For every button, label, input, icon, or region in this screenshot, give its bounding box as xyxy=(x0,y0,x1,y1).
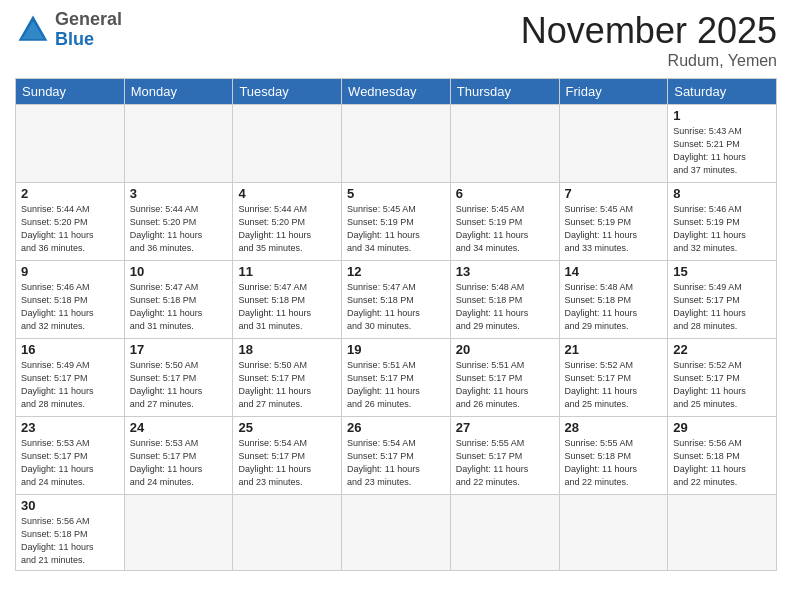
day-number: 5 xyxy=(347,186,445,201)
day-info: Sunrise: 5:50 AM Sunset: 5:17 PM Dayligh… xyxy=(130,359,228,411)
day-info: Sunrise: 5:55 AM Sunset: 5:17 PM Dayligh… xyxy=(456,437,554,489)
day-number: 7 xyxy=(565,186,663,201)
calendar-cell: 30Sunrise: 5:56 AM Sunset: 5:18 PM Dayli… xyxy=(16,495,125,571)
day-number: 12 xyxy=(347,264,445,279)
calendar-row: 9Sunrise: 5:46 AM Sunset: 5:18 PM Daylig… xyxy=(16,261,777,339)
calendar-cell: 22Sunrise: 5:52 AM Sunset: 5:17 PM Dayli… xyxy=(668,339,777,417)
calendar-row: 1Sunrise: 5:43 AM Sunset: 5:21 PM Daylig… xyxy=(16,105,777,183)
calendar-cell xyxy=(450,495,559,571)
calendar-row: 23Sunrise: 5:53 AM Sunset: 5:17 PM Dayli… xyxy=(16,417,777,495)
calendar-cell: 18Sunrise: 5:50 AM Sunset: 5:17 PM Dayli… xyxy=(233,339,342,417)
day-info: Sunrise: 5:46 AM Sunset: 5:19 PM Dayligh… xyxy=(673,203,771,255)
month-title: November 2025 xyxy=(521,10,777,52)
day-number: 8 xyxy=(673,186,771,201)
header-wednesday: Wednesday xyxy=(342,79,451,105)
day-info: Sunrise: 5:49 AM Sunset: 5:17 PM Dayligh… xyxy=(673,281,771,333)
calendar-cell xyxy=(16,105,125,183)
calendar-cell xyxy=(450,105,559,183)
day-number: 22 xyxy=(673,342,771,357)
header-tuesday: Tuesday xyxy=(233,79,342,105)
calendar-cell xyxy=(668,495,777,571)
day-info: Sunrise: 5:48 AM Sunset: 5:18 PM Dayligh… xyxy=(456,281,554,333)
calendar-cell: 2Sunrise: 5:44 AM Sunset: 5:20 PM Daylig… xyxy=(16,183,125,261)
day-number: 20 xyxy=(456,342,554,357)
day-number: 28 xyxy=(565,420,663,435)
header-saturday: Saturday xyxy=(668,79,777,105)
header-monday: Monday xyxy=(124,79,233,105)
calendar-cell: 29Sunrise: 5:56 AM Sunset: 5:18 PM Dayli… xyxy=(668,417,777,495)
day-number: 27 xyxy=(456,420,554,435)
calendar-row: 16Sunrise: 5:49 AM Sunset: 5:17 PM Dayli… xyxy=(16,339,777,417)
calendar-cell xyxy=(342,105,451,183)
day-info: Sunrise: 5:55 AM Sunset: 5:18 PM Dayligh… xyxy=(565,437,663,489)
day-number: 4 xyxy=(238,186,336,201)
calendar-cell: 20Sunrise: 5:51 AM Sunset: 5:17 PM Dayli… xyxy=(450,339,559,417)
header-sunday: Sunday xyxy=(16,79,125,105)
day-info: Sunrise: 5:43 AM Sunset: 5:21 PM Dayligh… xyxy=(673,125,771,177)
logo-text: General Blue xyxy=(55,10,122,50)
logo-blue: Blue xyxy=(55,29,94,49)
day-info: Sunrise: 5:47 AM Sunset: 5:18 PM Dayligh… xyxy=(347,281,445,333)
location: Rudum, Yemen xyxy=(521,52,777,70)
day-info: Sunrise: 5:52 AM Sunset: 5:17 PM Dayligh… xyxy=(673,359,771,411)
day-info: Sunrise: 5:45 AM Sunset: 5:19 PM Dayligh… xyxy=(347,203,445,255)
day-info: Sunrise: 5:54 AM Sunset: 5:17 PM Dayligh… xyxy=(347,437,445,489)
day-number: 23 xyxy=(21,420,119,435)
day-number: 3 xyxy=(130,186,228,201)
day-number: 9 xyxy=(21,264,119,279)
day-info: Sunrise: 5:44 AM Sunset: 5:20 PM Dayligh… xyxy=(130,203,228,255)
day-info: Sunrise: 5:56 AM Sunset: 5:18 PM Dayligh… xyxy=(21,515,119,567)
day-info: Sunrise: 5:47 AM Sunset: 5:18 PM Dayligh… xyxy=(238,281,336,333)
logo-general: General xyxy=(55,9,122,29)
calendar-cell xyxy=(342,495,451,571)
day-number: 2 xyxy=(21,186,119,201)
calendar-cell: 8Sunrise: 5:46 AM Sunset: 5:19 PM Daylig… xyxy=(668,183,777,261)
day-info: Sunrise: 5:51 AM Sunset: 5:17 PM Dayligh… xyxy=(347,359,445,411)
logo: General Blue xyxy=(15,10,122,50)
day-info: Sunrise: 5:45 AM Sunset: 5:19 PM Dayligh… xyxy=(456,203,554,255)
day-info: Sunrise: 5:49 AM Sunset: 5:17 PM Dayligh… xyxy=(21,359,119,411)
calendar-cell: 26Sunrise: 5:54 AM Sunset: 5:17 PM Dayli… xyxy=(342,417,451,495)
calendar-cell: 17Sunrise: 5:50 AM Sunset: 5:17 PM Dayli… xyxy=(124,339,233,417)
calendar: Sunday Monday Tuesday Wednesday Thursday… xyxy=(15,78,777,571)
day-number: 6 xyxy=(456,186,554,201)
day-number: 16 xyxy=(21,342,119,357)
calendar-cell: 24Sunrise: 5:53 AM Sunset: 5:17 PM Dayli… xyxy=(124,417,233,495)
day-info: Sunrise: 5:53 AM Sunset: 5:17 PM Dayligh… xyxy=(21,437,119,489)
calendar-cell: 15Sunrise: 5:49 AM Sunset: 5:17 PM Dayli… xyxy=(668,261,777,339)
day-info: Sunrise: 5:48 AM Sunset: 5:18 PM Dayligh… xyxy=(565,281,663,333)
calendar-cell xyxy=(559,105,668,183)
header-friday: Friday xyxy=(559,79,668,105)
day-number: 30 xyxy=(21,498,119,513)
calendar-cell xyxy=(233,105,342,183)
calendar-cell xyxy=(233,495,342,571)
calendar-cell: 6Sunrise: 5:45 AM Sunset: 5:19 PM Daylig… xyxy=(450,183,559,261)
calendar-cell xyxy=(124,105,233,183)
day-number: 29 xyxy=(673,420,771,435)
title-block: November 2025 Rudum, Yemen xyxy=(521,10,777,70)
calendar-cell: 21Sunrise: 5:52 AM Sunset: 5:17 PM Dayli… xyxy=(559,339,668,417)
calendar-row: 30Sunrise: 5:56 AM Sunset: 5:18 PM Dayli… xyxy=(16,495,777,571)
day-info: Sunrise: 5:51 AM Sunset: 5:17 PM Dayligh… xyxy=(456,359,554,411)
day-info: Sunrise: 5:54 AM Sunset: 5:17 PM Dayligh… xyxy=(238,437,336,489)
calendar-cell: 9Sunrise: 5:46 AM Sunset: 5:18 PM Daylig… xyxy=(16,261,125,339)
day-info: Sunrise: 5:46 AM Sunset: 5:18 PM Dayligh… xyxy=(21,281,119,333)
day-number: 10 xyxy=(130,264,228,279)
calendar-cell: 14Sunrise: 5:48 AM Sunset: 5:18 PM Dayli… xyxy=(559,261,668,339)
day-number: 26 xyxy=(347,420,445,435)
calendar-cell: 12Sunrise: 5:47 AM Sunset: 5:18 PM Dayli… xyxy=(342,261,451,339)
day-info: Sunrise: 5:56 AM Sunset: 5:18 PM Dayligh… xyxy=(673,437,771,489)
day-number: 1 xyxy=(673,108,771,123)
calendar-cell xyxy=(124,495,233,571)
day-number: 18 xyxy=(238,342,336,357)
calendar-cell: 16Sunrise: 5:49 AM Sunset: 5:17 PM Dayli… xyxy=(16,339,125,417)
calendar-cell: 4Sunrise: 5:44 AM Sunset: 5:20 PM Daylig… xyxy=(233,183,342,261)
header: General Blue November 2025 Rudum, Yemen xyxy=(15,10,777,70)
calendar-cell: 1Sunrise: 5:43 AM Sunset: 5:21 PM Daylig… xyxy=(668,105,777,183)
logo-icon xyxy=(15,12,51,48)
calendar-cell: 10Sunrise: 5:47 AM Sunset: 5:18 PM Dayli… xyxy=(124,261,233,339)
day-info: Sunrise: 5:45 AM Sunset: 5:19 PM Dayligh… xyxy=(565,203,663,255)
day-info: Sunrise: 5:44 AM Sunset: 5:20 PM Dayligh… xyxy=(21,203,119,255)
day-number: 17 xyxy=(130,342,228,357)
day-number: 14 xyxy=(565,264,663,279)
